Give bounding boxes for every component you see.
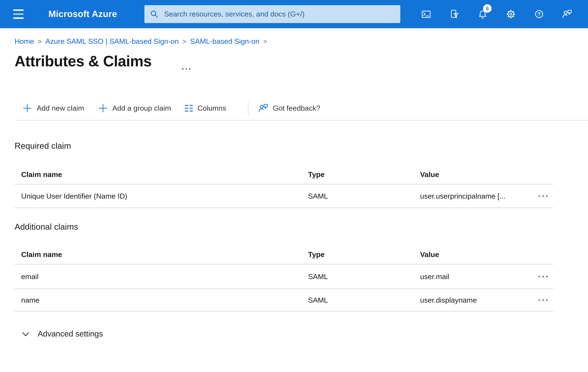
claim-row-unique-user-identifier[interactable]: Unique User Identifier (Name ID) SAML us… <box>15 184 553 208</box>
directory-filter-icon <box>449 9 460 19</box>
breadcrumb-saml-signon[interactable]: SAML-based Sign-on <box>190 37 259 46</box>
title-context-menu-button[interactable] <box>181 63 191 70</box>
command-bar: Add new claim Add a group claim Columns … <box>15 96 588 120</box>
claim-name-cell: email <box>15 272 308 281</box>
hamburger-menu-button[interactable] <box>10 7 26 22</box>
column-header-type: Type <box>308 250 420 259</box>
ellipsis-icon <box>182 68 183 70</box>
brand-title[interactable]: Microsoft Azure <box>48 0 117 28</box>
column-header-type: Type <box>308 170 420 179</box>
add-group-claim-button[interactable]: Add a group claim <box>98 103 171 113</box>
got-feedback-label: Got feedback? <box>273 104 320 112</box>
advanced-settings-label: Advanced settings <box>38 329 103 339</box>
breadcrumb-separator: > <box>182 38 186 45</box>
global-search <box>144 5 400 23</box>
row-menu-icon <box>538 299 540 301</box>
notifications-button[interactable]: 6 <box>473 5 492 23</box>
section-heading-additional-claims: Additional claims <box>15 222 78 232</box>
add-group-claim-label: Add a group claim <box>112 104 171 112</box>
breadcrumb-separator: > <box>38 38 42 45</box>
claim-value-cell: user.userprincipalname [... <box>420 192 553 200</box>
column-header-value: Value <box>420 170 553 179</box>
additional-claims-table: Claim name Type Value email SAML user.ma… <box>15 245 553 311</box>
breadcrumb-home[interactable]: Home <box>15 37 34 46</box>
claim-type-cell: SAML <box>308 192 420 200</box>
help-button[interactable]: ? <box>530 5 548 23</box>
table-header-row: Claim name Type Value <box>15 245 553 265</box>
search-icon <box>150 10 158 18</box>
add-new-claim-button[interactable]: Add new claim <box>22 103 84 113</box>
got-feedback-button[interactable]: Got feedback? <box>258 103 320 113</box>
feedback-button[interactable] <box>558 5 577 23</box>
required-claim-table: Claim name Type Value Unique User Identi… <box>15 165 553 208</box>
section-heading-required-claim: Required claim <box>15 141 71 151</box>
plus-icon <box>22 103 32 113</box>
table-header-row: Claim name Type Value <box>15 165 553 184</box>
claim-row-email[interactable]: email SAML user.mail <box>15 265 553 289</box>
column-header-claim-name: Claim name <box>15 170 308 179</box>
azure-portal-window: Microsoft Azure <box>0 0 588 372</box>
columns-icon <box>185 105 193 112</box>
claim-type-cell: SAML <box>308 272 420 281</box>
notification-badge: 6 <box>483 4 492 13</box>
breadcrumb-separator: > <box>263 38 267 45</box>
feedback-icon <box>562 9 572 19</box>
column-header-value: Value <box>420 250 553 259</box>
help-icon: ? <box>534 9 544 19</box>
row-context-menu-button[interactable] <box>537 274 548 279</box>
global-search-input[interactable] <box>163 10 395 19</box>
claim-value-cell: user.displayname <box>420 296 553 304</box>
add-new-claim-label: Add new claim <box>37 104 84 112</box>
plus-icon <box>98 103 108 113</box>
breadcrumb-saml-sso[interactable]: Azure SAML SSO | SAML-based Sign-on <box>45 37 179 46</box>
advanced-settings-toggle[interactable]: Advanced settings <box>22 329 103 339</box>
columns-button[interactable]: Columns <box>185 104 226 112</box>
cloud-shell-button[interactable] <box>417 5 436 23</box>
claim-name-cell: name <box>15 296 308 304</box>
gear-icon <box>506 9 516 19</box>
claim-type-cell: SAML <box>308 296 420 304</box>
row-context-menu-button[interactable] <box>537 193 548 199</box>
topbar-actions: 6 ? <box>417 5 577 23</box>
feedback-icon <box>258 103 269 113</box>
claim-name-cell: Unique User Identifier (Name ID) <box>15 192 308 200</box>
columns-label: Columns <box>198 104 226 112</box>
column-header-claim-name: Claim name <box>15 250 308 259</box>
svg-text:?: ? <box>537 11 541 17</box>
chevron-down-icon <box>22 330 30 338</box>
row-menu-icon <box>538 195 540 197</box>
directory-filter-button[interactable] <box>445 5 464 23</box>
page-title: Attributes & Claims <box>15 53 152 70</box>
settings-button[interactable] <box>502 5 520 23</box>
claim-value-cell: user.mail <box>420 272 553 281</box>
breadcrumb: Home > Azure SAML SSO | SAML-based Sign-… <box>15 37 271 46</box>
hamburger-icon <box>13 10 23 11</box>
cloudshell-icon <box>421 9 431 19</box>
row-context-menu-button[interactable] <box>537 297 548 303</box>
toolbar-divider <box>248 101 248 115</box>
claim-row-name[interactable]: name SAML user.displayname <box>15 289 553 311</box>
topbar: Microsoft Azure <box>0 0 588 28</box>
row-menu-icon <box>538 276 540 277</box>
